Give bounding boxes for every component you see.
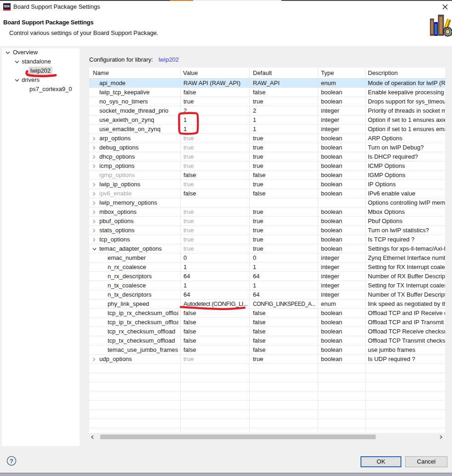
svg-text:?: ?: [10, 458, 13, 465]
